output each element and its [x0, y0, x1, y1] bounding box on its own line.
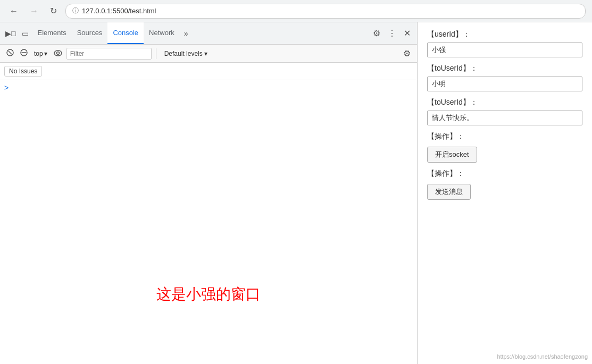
send-message-button[interactable]: 发送消息 [427, 184, 471, 200]
refresh-button[interactable]: ↻ [47, 5, 60, 17]
top-context-selector[interactable]: top ▾ [32, 49, 49, 58]
devtools-tab-bar: ▶□ ▭ Elements Sources Console Network » … [0, 22, 417, 45]
tab-elements[interactable]: Elements [32, 22, 71, 44]
dropdown-arrow-icon: ▾ [44, 50, 47, 57]
page-viewport: 这是小强的窗口 [0, 224, 417, 364]
watermark: https://blog.csdn.net/shaofengzong [497, 353, 588, 360]
tab-console[interactable]: Console [107, 22, 144, 44]
tab-sources[interactable]: Sources [72, 22, 108, 44]
back-button[interactable]: ← [6, 5, 21, 17]
page-main-text: 这是小强的窗口 [156, 284, 261, 304]
svg-point-5 [56, 52, 59, 54]
console-prompt[interactable]: > [2, 82, 415, 93]
devtools-close-button[interactable]: ✕ [399, 26, 415, 40]
device-toolbar-icon[interactable]: ▭ [19, 27, 32, 40]
block-icon [20, 49, 28, 56]
default-levels-label: Default levels [164, 50, 203, 57]
devtools-settings-button[interactable]: ⚙ [369, 26, 385, 40]
clear-icon [6, 49, 14, 56]
top-label: top [34, 50, 43, 57]
lock-icon: ⓘ [72, 6, 79, 15]
eye-icon [54, 50, 62, 56]
right-panel: 【userId】： 【toUserId】： 【toUserId】： 【操作】： … [418, 22, 592, 364]
devtools-more-options-button[interactable]: ⋮ [385, 26, 399, 40]
open-socket-button[interactable]: 开启socket [427, 147, 477, 163]
inspect-element-icon[interactable]: ▶□ [2, 27, 19, 40]
browser-address-bar: ← → ↻ ⓘ 127.0.0.1:5500/test.html [0, 0, 592, 22]
forward-button[interactable]: → [27, 5, 41, 17]
user-id-label: 【userId】： [427, 30, 582, 39]
operation1-label: 【操作】： [427, 132, 582, 141]
console-content: > [0, 80, 417, 224]
address-input-container[interactable]: ⓘ 127.0.0.1:5500/test.html [65, 4, 586, 19]
issues-bar: No Issues [0, 63, 417, 80]
to-user-id-input[interactable] [427, 77, 582, 91]
tab-network[interactable]: Network [144, 22, 180, 44]
no-issues-button[interactable]: No Issues [4, 66, 42, 77]
user-id-input[interactable] [427, 43, 582, 57]
svg-point-4 [54, 50, 62, 56]
svg-line-1 [9, 51, 12, 54]
toolbar-separator [156, 48, 156, 59]
eye-button[interactable] [52, 48, 64, 59]
to-user-id-label: 【toUserId】： [427, 64, 582, 73]
operation2-label: 【操作】： [427, 169, 582, 179]
default-levels-button[interactable]: Default levels ▾ [161, 48, 211, 59]
console-toolbar: top ▾ Default levels ▾ ⚙ [0, 45, 417, 63]
filter-input[interactable] [66, 48, 152, 60]
console-settings-button[interactable]: ⚙ [401, 47, 413, 60]
url-text: 127.0.0.1:5500/test.html [82, 7, 156, 15]
clear-console-button[interactable] [4, 48, 16, 59]
message-input[interactable] [427, 111, 582, 125]
to-user-id2-label: 【toUserId】： [427, 98, 582, 107]
block-button[interactable] [18, 48, 30, 59]
levels-dropdown-icon: ▾ [204, 50, 207, 57]
more-tabs-button[interactable]: » [180, 27, 193, 40]
